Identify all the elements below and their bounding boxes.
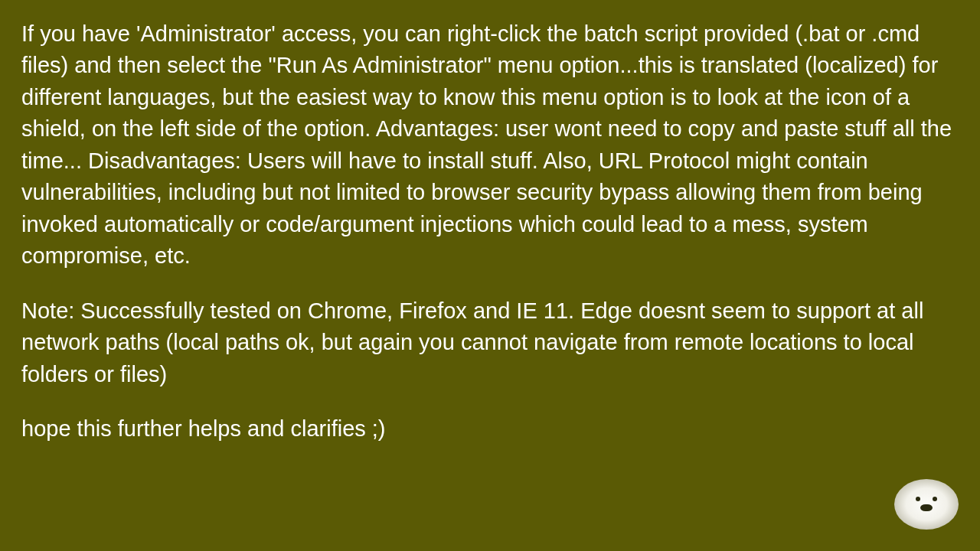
avatar-face-icon bbox=[894, 479, 959, 530]
paragraph-browser-note: Note: Successfully tested on Chrome, Fir… bbox=[21, 295, 959, 390]
paragraph-closing: hope this further helps and clarifies ;) bbox=[21, 413, 959, 445]
paragraph-admin-instructions: If you have 'Administrator' access, you … bbox=[21, 18, 959, 272]
